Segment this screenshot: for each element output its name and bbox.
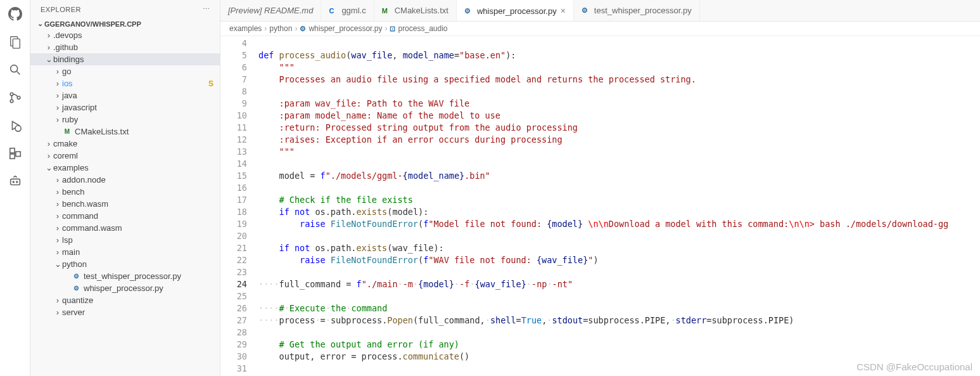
breadcrumb-segment[interactable]: python	[269, 24, 292, 33]
line-number[interactable]: 16	[220, 182, 247, 194]
tab[interactable]: [Preview] README.md	[220, 0, 321, 21]
code-line[interactable]: """	[258, 146, 980, 158]
line-number[interactable]: 20	[220, 230, 247, 242]
folder-item[interactable]: ⌄python	[30, 258, 220, 270]
code-line[interactable]: :raises: Exception if an error occurs du…	[258, 134, 980, 146]
file-item[interactable]: ⚙whisper_processor.py	[30, 282, 220, 294]
sidebar-more-icon[interactable]: ⋯	[203, 5, 210, 13]
folder-item[interactable]: ›quantize	[30, 294, 220, 306]
folder-item[interactable]: ›java	[30, 89, 220, 101]
breadcrumb-segment[interactable]: process_audio	[398, 24, 447, 33]
line-number[interactable]: 6	[220, 62, 247, 74]
folder-item[interactable]: ›command	[30, 210, 220, 222]
folder-item[interactable]: ⌄bindings	[30, 53, 220, 65]
folder-item[interactable]: ›main	[30, 246, 220, 258]
file-item[interactable]: ⚙test_whisper_processor.py	[30, 270, 220, 282]
breadcrumb-segment[interactable]: examples	[229, 24, 262, 33]
line-number[interactable]: 4	[220, 37, 247, 49]
explorer-icon[interactable]	[8, 34, 23, 49]
line-number[interactable]: 30	[220, 351, 247, 363]
breadcrumb-segment[interactable]: whisper_processor.py	[309, 24, 382, 33]
line-number[interactable]: 13	[220, 146, 247, 158]
folder-item[interactable]: ›.github	[30, 41, 220, 53]
run-debug-icon[interactable]	[8, 118, 23, 133]
line-number[interactable]: 7	[220, 74, 247, 86]
code-line[interactable]: if not os.path.exists(model):	[258, 206, 980, 218]
line-number[interactable]: 12	[220, 134, 247, 146]
folder-item[interactable]: ›command.wasm	[30, 222, 220, 234]
line-number[interactable]: 26	[220, 302, 247, 314]
code-line[interactable]: Processes an audio file using a specifie…	[258, 74, 980, 86]
line-number[interactable]: 15	[220, 170, 247, 182]
repo-header[interactable]: ⌄ GGERGANOV/WHISPER.CPP	[30, 18, 220, 29]
file-item[interactable]: MCMakeLists.txt	[30, 126, 220, 138]
line-number[interactable]: 18	[220, 206, 247, 218]
code-line[interactable]: # Get the output and error (if any)	[258, 339, 980, 351]
line-number[interactable]: 19	[220, 218, 247, 230]
code-line[interactable]: raise FileNotFoundError(f"Model file not…	[258, 218, 980, 230]
line-number[interactable]: 11	[220, 122, 247, 134]
tab[interactable]: ⚙whisper_processor.py×	[457, 0, 574, 21]
code-line[interactable]	[258, 158, 980, 170]
line-number[interactable]: 10	[220, 110, 247, 122]
line-number[interactable]: 23	[220, 266, 247, 278]
close-icon[interactable]: ×	[561, 6, 566, 16]
tab[interactable]: ⚙test_whisper_processor.py	[574, 0, 700, 21]
code-line[interactable]: raise FileNotFoundError(f"WAV file not f…	[258, 254, 980, 266]
folder-item[interactable]: ›javascript	[30, 101, 220, 113]
line-number[interactable]: 27	[220, 314, 247, 327]
breadcrumb[interactable]: examples›python›⚙whisper_processor.py›⊡p…	[220, 22, 980, 36]
code-line[interactable]: def process_audio(wav_file, model_name="…	[258, 49, 980, 62]
code-content[interactable]: def process_audio(wav_file, model_name="…	[258, 36, 980, 376]
code-line[interactable]	[258, 37, 980, 49]
line-number[interactable]: 5	[220, 49, 247, 62]
search-icon[interactable]	[8, 62, 23, 77]
tab[interactable]: Cggml.c	[321, 0, 374, 21]
extensions-icon[interactable]	[8, 146, 23, 161]
folder-item[interactable]: ›bench	[30, 186, 220, 198]
line-number[interactable]: 29	[220, 339, 247, 351]
code-line[interactable]	[258, 86, 980, 98]
code-line[interactable]	[258, 182, 980, 194]
code-line[interactable]: output, error = process.communicate()	[258, 351, 980, 363]
folder-item[interactable]: ›lsp	[30, 234, 220, 246]
code-line[interactable]	[258, 230, 980, 242]
code-line[interactable]	[258, 290, 980, 302]
code-line[interactable]: # Check if the file exists	[258, 194, 980, 206]
line-number[interactable]: 14	[220, 158, 247, 170]
line-number[interactable]: 28	[220, 327, 247, 339]
line-number[interactable]: 22	[220, 254, 247, 266]
code-line[interactable]: model = f"./models/ggml-{model_name}.bin…	[258, 170, 980, 182]
folder-item[interactable]: ›go	[30, 65, 220, 77]
folder-item[interactable]: ›iosS	[30, 77, 220, 89]
code-line[interactable]: ····#·Execute·the·command	[258, 302, 980, 314]
line-number[interactable]: 24	[220, 278, 247, 290]
line-number[interactable]: 25	[220, 290, 247, 302]
code-editor[interactable]: 4567891011121314151617181920212223242526…	[220, 36, 980, 376]
line-number[interactable]: 9	[220, 98, 247, 110]
folder-item[interactable]: ›addon.node	[30, 174, 220, 186]
source-control-icon[interactable]	[8, 90, 23, 105]
folder-item[interactable]: ›ruby	[30, 113, 220, 126]
code-line[interactable]: """	[258, 62, 980, 74]
code-line[interactable]: :return: Processed string output from th…	[258, 122, 980, 134]
line-number[interactable]: 17	[220, 194, 247, 206]
github-icon[interactable]	[8, 6, 23, 22]
code-line[interactable]	[258, 327, 980, 339]
folder-item[interactable]: ⌄examples	[30, 162, 220, 174]
line-number[interactable]: 31	[220, 363, 247, 375]
code-line[interactable]: :param model_name: Name of the model to …	[258, 110, 980, 122]
tab[interactable]: MCMakeLists.txt	[374, 0, 457, 21]
code-line[interactable]: if not os.path.exists(wav_file):	[258, 242, 980, 254]
code-line[interactable]: ····full_command = f"./main·-m·{model}·-…	[258, 278, 980, 290]
line-number[interactable]: 8	[220, 86, 247, 98]
folder-item[interactable]: ›bench.wasm	[30, 198, 220, 210]
code-line[interactable]: ····process·=·subprocess.Popen(full_comm…	[258, 314, 980, 327]
folder-item[interactable]: ›.devops	[30, 29, 220, 41]
folder-item[interactable]: ›coreml	[30, 150, 220, 162]
code-line[interactable]: :param wav_file: Path to the WAV file	[258, 98, 980, 110]
folder-item[interactable]: ›server	[30, 306, 220, 318]
code-line[interactable]	[258, 363, 980, 375]
folder-item[interactable]: ›cmake	[30, 138, 220, 150]
remote-icon[interactable]	[8, 174, 23, 189]
